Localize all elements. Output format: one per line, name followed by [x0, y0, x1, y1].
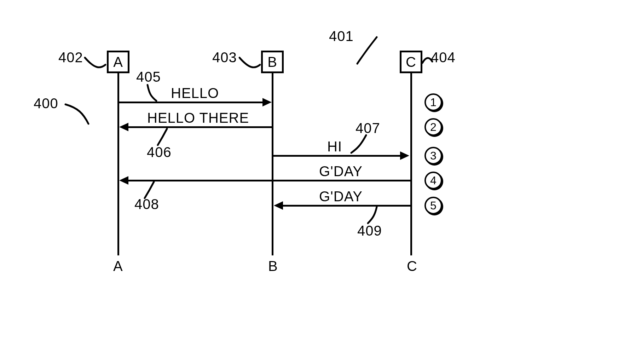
step-2-label: 2: [430, 121, 437, 134]
actor-c-label: C: [406, 54, 416, 70]
ref-403: 403: [212, 50, 237, 65]
step-4: 4: [424, 172, 442, 189]
msg-3-arrowhead: [400, 151, 409, 160]
ref-407: 407: [356, 120, 380, 136]
ref-400: 400: [34, 96, 58, 111]
ref-405: 405: [136, 69, 161, 85]
lead-402: [84, 55, 109, 76]
bottom-c: C: [407, 258, 417, 274]
msg-5-arrowhead: [274, 201, 283, 210]
ref-402: 402: [58, 50, 83, 65]
msg-2-arrowhead: [119, 123, 128, 131]
msg-1-line: [119, 102, 265, 103]
step-5: 5: [424, 197, 442, 214]
lifeline-c: [410, 73, 412, 255]
step-3-label: 3: [430, 149, 437, 162]
lead-405: [146, 83, 163, 103]
lead-407: [348, 134, 370, 156]
actor-a: A: [107, 51, 129, 73]
msg-3-line: [273, 155, 403, 157]
lead-408: [143, 181, 161, 201]
lead-400: [64, 103, 96, 127]
msg-4-text: G'DAY: [319, 163, 363, 179]
msg-4-line: [126, 180, 411, 181]
msg-1-arrowhead: [262, 98, 272, 106]
lead-401: [354, 35, 382, 67]
actor-b-label: B: [267, 54, 277, 70]
lead-406: [156, 128, 174, 148]
step-5-label: 5: [430, 199, 437, 212]
msg-2-line: [126, 126, 272, 128]
step-1: 1: [424, 93, 442, 111]
msg-2-text: HELLO THERE: [147, 110, 249, 126]
actor-c: C: [400, 51, 422, 73]
lifeline-a: [117, 73, 119, 255]
ref-401: 401: [329, 28, 354, 44]
msg-1-text: HELLO: [171, 85, 219, 101]
step-4-label: 4: [430, 174, 437, 187]
step-2: 2: [424, 118, 442, 136]
actor-a-label: A: [113, 54, 123, 70]
lead-404: [422, 57, 436, 71]
msg-5-text: G'DAY: [319, 189, 363, 204]
step-3: 3: [424, 147, 442, 164]
step-1-label: 1: [430, 96, 437, 109]
msg-3-text: HI: [327, 139, 342, 155]
msg-4-arrowhead: [119, 176, 128, 185]
actor-b: B: [261, 51, 284, 73]
lead-403: [239, 55, 264, 76]
bottom-b: B: [268, 258, 278, 274]
msg-5-line: [280, 205, 411, 207]
lead-409: [366, 206, 384, 226]
sequence-diagram: A B C 402 403 404 400 401 HELLO 405 HELL…: [0, 0, 624, 364]
lifeline-b: [272, 73, 273, 255]
bottom-a: A: [113, 258, 123, 274]
